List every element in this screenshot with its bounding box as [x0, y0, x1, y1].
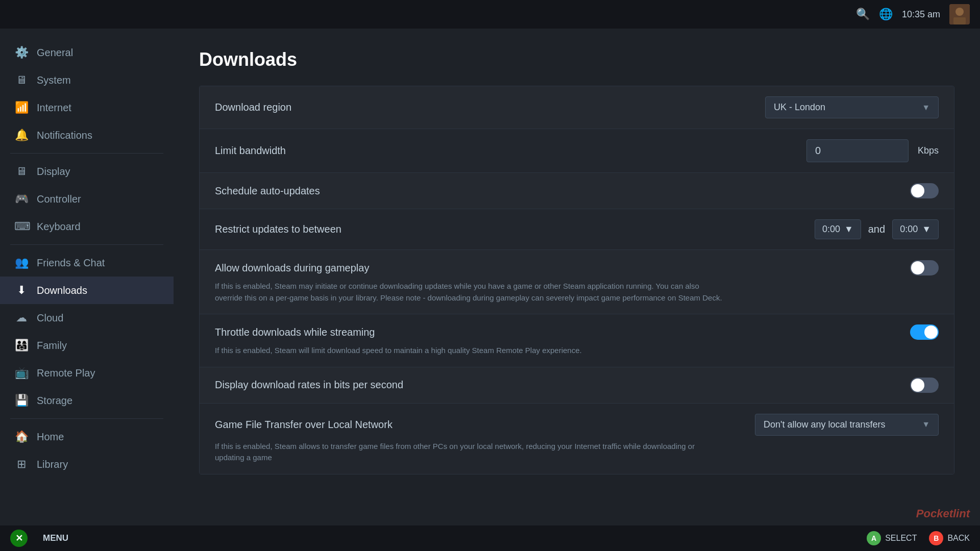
settings-container: Download region UK - London ▼ Limit band…: [199, 86, 954, 474]
gear-icon: ⚙️: [14, 46, 29, 59]
sidebar-label-general: General: [37, 47, 73, 59]
toggle-display-bits[interactable]: [910, 378, 939, 393]
sidebar-item-controller[interactable]: 🎮 Controller: [0, 185, 174, 213]
main-layout: ⚙️ General 🖥 System 📶 Internet 🔔 Notific…: [0, 29, 980, 551]
row-download-region: Download region UK - London ▼: [200, 86, 954, 129]
sidebar-label-notifications: Notifications: [37, 130, 92, 141]
sidebar-label-controller: Controller: [37, 193, 81, 205]
download-icon: ⬇: [14, 284, 29, 297]
bell-icon: 🔔: [14, 129, 29, 142]
sidebar-label-cloud: Cloud: [37, 312, 63, 324]
select-button[interactable]: A SELECT: [867, 531, 917, 545]
chevron-down-icon: ▼: [922, 103, 930, 112]
sidebar-label-system: System: [37, 74, 71, 86]
sidebar-label-library: Library: [37, 459, 68, 470]
clock: 10:35 am: [902, 9, 940, 20]
dropdown-local-transfer[interactable]: Don't allow any local transfers ▼: [755, 414, 939, 436]
label-allow-gameplay: Allow downloads during gameplay: [215, 262, 910, 274]
label-game-file-transfer: Game File Transfer over Local Network: [215, 419, 755, 431]
sidebar-item-notifications[interactable]: 🔔 Notifications: [0, 121, 174, 149]
time-from-value: 0:00: [822, 224, 840, 235]
dropdown-download-region[interactable]: UK - London ▼: [765, 96, 939, 118]
row-schedule-updates: Schedule auto-updates: [200, 173, 954, 209]
sidebar-item-downloads[interactable]: ⬇ Downloads: [0, 277, 174, 304]
sidebar-label-home: Home: [37, 431, 64, 443]
toggle-throttle-streaming[interactable]: [910, 324, 939, 340]
dropdown-value-transfer: Don't allow any local transfers: [764, 419, 886, 430]
sidebar-item-storage[interactable]: 💾 Storage: [0, 387, 174, 414]
sidebar-label-storage: Storage: [37, 395, 72, 407]
desc-game-file-transfer: If this is enabled, Steam allows to tran…: [215, 441, 725, 464]
sidebar-item-system[interactable]: 🖥 System: [0, 66, 174, 94]
pocketlint-watermark: Pocketlint: [916, 507, 970, 520]
keyboard-icon: ⌨: [14, 220, 29, 233]
sidebar-label-remoteplay: Remote Play: [37, 367, 95, 379]
topbar: 🔍 🌐 10:35 am: [0, 0, 980, 29]
sidebar-item-keyboard[interactable]: ⌨ Keyboard: [0, 213, 174, 240]
toggle-knob-gameplay: [911, 261, 924, 274]
sidebar-label-friends: Friends & Chat: [37, 257, 105, 269]
desc-allow-gameplay: If this is enabled, Steam may initiate o…: [215, 281, 725, 304]
menu-label: MENU: [43, 533, 68, 543]
a-button-icon: A: [867, 531, 881, 545]
toggle-knob-bits: [911, 379, 924, 392]
label-download-region: Download region: [215, 102, 765, 113]
b-button-icon: B: [929, 531, 943, 545]
family-icon: 👨‍👩‍👧: [14, 339, 29, 352]
dropdown-value-region: UK - London: [774, 102, 825, 113]
sidebar-item-home[interactable]: 🏠 Home: [0, 423, 174, 450]
back-button[interactable]: B BACK: [929, 531, 970, 545]
row-restrict-updates: Restrict updates to between 0:00 ▼ and 0…: [200, 209, 954, 250]
system-icon: 🖥: [14, 73, 29, 87]
wifi-icon: 📶: [14, 101, 29, 114]
avatar[interactable]: [949, 4, 970, 24]
label-restrict-updates: Restrict updates to between: [215, 223, 815, 235]
time-to-value: 0:00: [900, 224, 918, 235]
time-from-dropdown[interactable]: 0:00 ▼: [815, 219, 861, 239]
sidebar-item-remoteplay[interactable]: 📺 Remote Play: [0, 359, 174, 387]
row-header-gameplay: Allow downloads during gameplay: [215, 260, 939, 276]
search-icon[interactable]: 🔍: [856, 8, 870, 21]
cloud-icon: ☁: [14, 311, 29, 324]
label-limit-bandwidth: Limit bandwidth: [215, 145, 806, 157]
label-schedule-updates: Schedule auto-updates: [215, 185, 910, 197]
bandwidth-input[interactable]: 0: [806, 139, 909, 162]
storage-icon: 💾: [14, 394, 29, 407]
row-header-transfer: Game File Transfer over Local Network Do…: [215, 414, 939, 436]
label-throttle-streaming: Throttle downloads while streaming: [215, 327, 910, 338]
svg-rect-2: [953, 17, 966, 24]
toggle-allow-gameplay[interactable]: [910, 260, 939, 276]
time-to-arrow: ▼: [922, 224, 931, 235]
bandwidth-suffix: Kbps: [918, 145, 939, 156]
sidebar-divider-1: [10, 153, 163, 154]
xbox-icon: ✕: [10, 530, 28, 547]
sidebar-item-friends[interactable]: 👥 Friends & Chat: [0, 249, 174, 277]
sidebar-item-library[interactable]: ⊞ Library: [0, 450, 174, 478]
sidebar-item-display[interactable]: 🖥 Display: [0, 158, 174, 185]
row-header-throttle: Throttle downloads while streaming: [215, 324, 939, 340]
svg-point-1: [955, 8, 964, 16]
label-display-bits: Display download rates in bits per secon…: [215, 379, 910, 391]
row-game-file-transfer: Game File Transfer over Local Network Do…: [200, 404, 954, 474]
row-limit-bandwidth: Limit bandwidth 0 Kbps: [200, 129, 954, 173]
sidebar-item-internet[interactable]: 📶 Internet: [0, 94, 174, 121]
row-allow-downloads-gameplay: Allow downloads during gameplay If this …: [200, 250, 954, 314]
sidebar-divider-3: [10, 418, 163, 419]
time-from-arrow: ▼: [844, 224, 853, 235]
select-label: SELECT: [885, 534, 917, 543]
library-icon: ⊞: [14, 458, 29, 471]
sidebar-label-display: Display: [37, 166, 70, 178]
globe-icon[interactable]: 🌐: [879, 8, 893, 21]
sidebar-label-keyboard: Keyboard: [37, 221, 81, 233]
sidebar-item-cloud[interactable]: ☁ Cloud: [0, 304, 174, 332]
content-area: Downloads Download region UK - London ▼ …: [174, 29, 980, 551]
page-title: Downloads: [199, 49, 954, 70]
toggle-knob: [911, 184, 924, 197]
sidebar-item-family[interactable]: 👨‍👩‍👧 Family: [0, 332, 174, 359]
remoteplay-icon: 📺: [14, 366, 29, 380]
sidebar-item-general[interactable]: ⚙️ General: [0, 39, 174, 66]
time-to-dropdown[interactable]: 0:00 ▼: [892, 219, 939, 239]
bottom-bar: ✕ MENU A SELECT B BACK: [0, 525, 980, 551]
home-icon: 🏠: [14, 430, 29, 443]
toggle-schedule-updates[interactable]: [910, 183, 939, 198]
